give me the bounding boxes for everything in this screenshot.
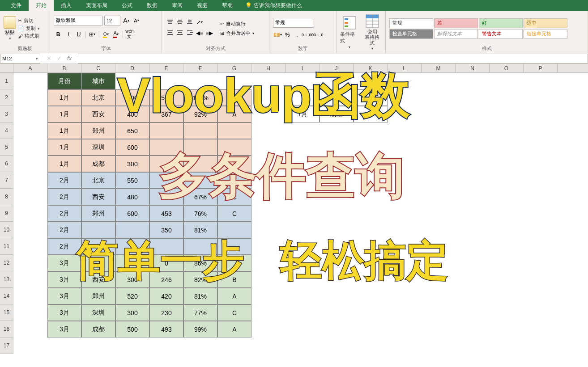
row-header[interactable]: 4 [0, 122, 13, 139]
cell[interactable]: 3月 [47, 271, 81, 288]
column-header[interactable]: O [490, 64, 524, 72]
row-header[interactable]: 13 [0, 271, 13, 288]
cell[interactable]: 600 [115, 139, 149, 156]
cell[interactable]: 成都 [320, 106, 354, 122]
cancel-icon[interactable]: ✕ [47, 55, 51, 62]
column-header[interactable]: I [285, 64, 320, 72]
cell[interactable]: A [217, 321, 251, 337]
cell[interactable]: 400 [115, 106, 149, 122]
menu-tab-数据[interactable]: 数据 [140, 0, 165, 11]
row-header[interactable]: 5 [0, 139, 13, 156]
cell[interactable]: 81% [183, 222, 217, 238]
cell[interactable]: 81% [183, 288, 217, 304]
cell[interactable]: 82% [183, 271, 217, 288]
cell[interactable] [183, 122, 217, 139]
cell[interactable]: 246 [149, 271, 183, 288]
cell[interactable]: 郑州 [81, 288, 115, 304]
decrease-font-button[interactable]: A▾ [132, 16, 141, 25]
align-middle-button[interactable] [175, 18, 184, 26]
cell[interactable] [183, 172, 217, 189]
enter-icon[interactable]: ✓ [57, 55, 62, 62]
cell[interactable]: 230 [149, 304, 183, 321]
cell[interactable]: 500 [115, 89, 149, 106]
column-header[interactable]: G [217, 64, 251, 72]
column-header[interactable]: H [251, 64, 285, 72]
menu-tab-文件[interactable]: 文件 [4, 0, 29, 11]
column-header[interactable]: J [320, 64, 354, 72]
cell[interactable]: 深圳 [81, 304, 115, 321]
cell[interactable] [217, 222, 251, 238]
font-name-select[interactable] [54, 16, 103, 25]
align-bottom-button[interactable] [185, 18, 194, 26]
cell[interactable]: 3月 [47, 321, 81, 337]
table-format-button[interactable]: 套用 表格格式 ▾ [363, 14, 382, 50]
cell[interactable]: 城市 [81, 73, 115, 89]
cell[interactable]: 1月 [285, 106, 320, 122]
column-header[interactable]: K [354, 64, 388, 72]
select-all-corner[interactable] [0, 64, 13, 72]
cell[interactable] [183, 139, 217, 156]
menu-tab-页面布局[interactable]: 页面布局 [79, 0, 115, 11]
column-header[interactable]: L [388, 64, 422, 72]
cell[interactable]: 480 [115, 189, 149, 205]
row-header[interactable]: 15 [0, 304, 13, 321]
column-header[interactable]: B [47, 64, 81, 72]
cell[interactable] [149, 172, 183, 189]
cell[interactable]: 99% [183, 321, 217, 337]
row-header[interactable]: 9 [0, 205, 13, 222]
style-cell[interactable]: 警告文本 [479, 29, 523, 39]
cell[interactable]: 1月 [47, 89, 81, 106]
cell-grid[interactable]: 月份城市1月北京500505101%A+1月西安40036792%A1月郑州65… [13, 73, 588, 354]
cell[interactable] [149, 156, 183, 172]
row-header[interactable]: 16 [0, 321, 13, 337]
cell[interactable] [217, 156, 251, 172]
tell-me-hint[interactable]: 💡 告诉我你想要做什么 [245, 2, 302, 9]
fill-color-button[interactable]: ◇▾ [101, 30, 110, 39]
align-right-button[interactable] [185, 29, 194, 37]
name-box[interactable]: M12▾ [0, 54, 40, 63]
menu-tab-公式[interactable]: 公式 [115, 0, 140, 11]
menu-tab-开始[interactable]: 开始 [29, 0, 54, 11]
decrease-decimal-button[interactable]: .00→.0 [312, 30, 321, 39]
cell[interactable]: 1月 [47, 156, 81, 172]
increase-indent-button[interactable]: ≡▶ [205, 29, 214, 38]
formula-bar[interactable] [78, 54, 588, 63]
cell[interactable] [149, 238, 183, 255]
cell[interactable] [81, 255, 115, 271]
number-format-select[interactable] [273, 18, 313, 28]
cell[interactable]: 郑州 [81, 205, 115, 222]
cell[interactable]: 西安 [81, 189, 115, 205]
row-header[interactable]: 14 [0, 288, 13, 304]
row-header[interactable]: 1 [0, 73, 13, 89]
cell[interactable]: 350 [149, 222, 183, 238]
cell[interactable]: 520 [115, 288, 149, 304]
cell[interactable]: 月份 [47, 73, 81, 89]
cell[interactable] [115, 222, 149, 238]
accounting-format-button[interactable]: 💴▾ [273, 30, 282, 39]
cell[interactable]: 101% [183, 89, 217, 106]
align-center-button[interactable] [175, 29, 184, 37]
cell[interactable] [81, 238, 115, 255]
orientation-button[interactable]: ⤢▾ [195, 18, 204, 27]
cell[interactable]: 北京 [81, 172, 115, 189]
row-header[interactable]: 10 [0, 222, 13, 238]
cell[interactable]: C [217, 189, 251, 205]
row-header[interactable]: 11 [0, 238, 13, 255]
cell[interactable]: C [217, 304, 251, 321]
cell[interactable]: A+ [217, 89, 251, 106]
cell[interactable] [217, 139, 251, 156]
phonetic-button[interactable]: wén文 [125, 30, 134, 39]
cell[interactable]: 深圳 [81, 139, 115, 156]
column-header[interactable]: P [524, 64, 558, 72]
border-button[interactable]: ⊞▾ [88, 30, 97, 39]
cell[interactable] [354, 89, 388, 106]
percent-format-button[interactable]: % [283, 30, 292, 39]
cell[interactable]: 西安 [81, 271, 115, 288]
cell[interactable]: 成都 [81, 156, 115, 172]
row-header[interactable]: 17 [0, 337, 13, 354]
cell[interactable]: 2月 [47, 205, 81, 222]
cell[interactable]: 郑州 [81, 122, 115, 139]
cell[interactable] [115, 255, 149, 271]
cell[interactable]: 2月 [47, 172, 81, 189]
bold-button[interactable]: B [54, 30, 63, 39]
